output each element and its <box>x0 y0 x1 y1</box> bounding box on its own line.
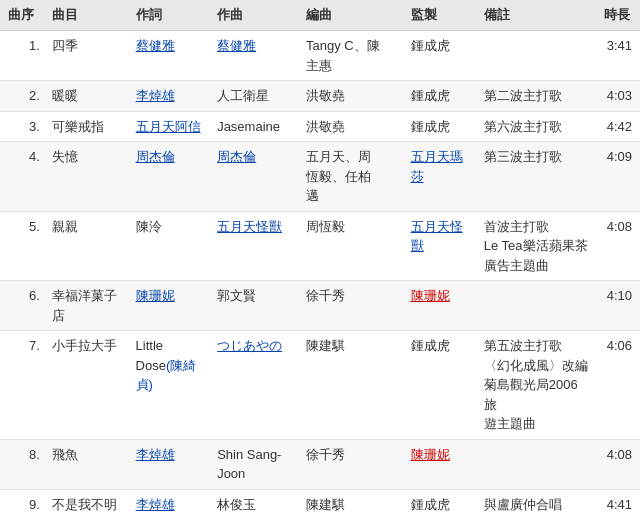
cell-produce[interactable]: 陳珊妮 <box>403 439 476 489</box>
cell-note: 第五波主打歌 〈幻化成風〉改編 菊島觀光局2006旅 遊主題曲 <box>476 331 596 440</box>
table-row: 4.失憶周杰倫周杰倫五月天、周 恆毅、任柏 邁五月天瑪莎第三波主打歌4:09 <box>0 142 640 212</box>
table-header-row: 曲序 曲目 作詞 作曲 編曲 監製 備註 時長 <box>0 0 640 31</box>
cell-arrange: 周恆毅 <box>298 211 403 281</box>
cell-lyric: 陳泠 <box>128 211 210 281</box>
cell-compose: 郭文賢 <box>209 281 298 331</box>
cell-seq: 1. <box>0 31 44 81</box>
table-row: 1.四季蔡健雅蔡健雅Tangy C、陳 主惠鍾成虎3:41 <box>0 31 640 81</box>
cell-seq: 6. <box>0 281 44 331</box>
header-arrange: 編曲 <box>298 0 403 31</box>
header-title: 曲目 <box>44 0 128 31</box>
cell-arrange: 徐千秀 <box>298 439 403 489</box>
header-seq: 曲序 <box>0 0 44 31</box>
header-compose: 作曲 <box>209 0 298 31</box>
cell-arrange: 洪敬堯 <box>298 111 403 142</box>
table-row: 9.不是我不明白李焯雄林俊玉陳建騏鍾成虎與盧廣仲合唱4:41 <box>0 489 640 513</box>
cell-arrange: Tangy C、陳 主惠 <box>298 31 403 81</box>
cell-seq: 4. <box>0 142 44 212</box>
cell-title: 飛魚 <box>44 439 128 489</box>
cell-compose[interactable]: つじあやの <box>209 331 298 440</box>
table-row: 6.幸福洋菓子店陳珊妮郭文賢徐千秀陳珊妮4:10 <box>0 281 640 331</box>
cell-compose: Shin Sang- Joon <box>209 439 298 489</box>
cell-produce: 鍾成虎 <box>403 489 476 513</box>
cell-duration: 4:09 <box>596 142 640 212</box>
cell-produce: 鍾成虎 <box>403 81 476 112</box>
cell-arrange: 陳建騏 <box>298 489 403 513</box>
cell-lyric[interactable]: 五月天阿信 <box>128 111 210 142</box>
cell-seq: 9. <box>0 489 44 513</box>
cell-title: 幸福洋菓子店 <box>44 281 128 331</box>
cell-arrange: 徐千秀 <box>298 281 403 331</box>
cell-produce[interactable]: 五月天怪獸 <box>403 211 476 281</box>
table-row: 2.暖暖李焯雄人工衛星洪敬堯鍾成虎第二波主打歌4:03 <box>0 81 640 112</box>
cell-title: 失憶 <box>44 142 128 212</box>
cell-lyric[interactable]: 李焯雄 <box>128 489 210 513</box>
cell-lyric: Little Dose(陳綺貞) <box>128 331 210 440</box>
header-note: 備註 <box>476 0 596 31</box>
cell-produce[interactable]: 五月天瑪莎 <box>403 142 476 212</box>
cell-arrange: 五月天、周 恆毅、任柏 邁 <box>298 142 403 212</box>
cell-seq: 7. <box>0 331 44 440</box>
cell-title: 親親 <box>44 211 128 281</box>
cell-note: 第六波主打歌 <box>476 111 596 142</box>
cell-seq: 3. <box>0 111 44 142</box>
cell-note <box>476 439 596 489</box>
header-produce: 監製 <box>403 0 476 31</box>
cell-compose[interactable]: 蔡健雅 <box>209 31 298 81</box>
table-row: 7.小手拉大手Little Dose(陳綺貞)つじあやの陳建騏鍾成虎第五波主打歌… <box>0 331 640 440</box>
table-row: 3.可樂戒指五月天阿信Jasemaine洪敬堯鍾成虎第六波主打歌4:42 <box>0 111 640 142</box>
cell-note: 第三波主打歌 <box>476 142 596 212</box>
cell-duration: 4:08 <box>596 211 640 281</box>
cell-compose: Jasemaine <box>209 111 298 142</box>
header-duration: 時長 <box>596 0 640 31</box>
cell-title: 四季 <box>44 31 128 81</box>
cell-compose[interactable]: 周杰倫 <box>209 142 298 212</box>
cell-seq: 5. <box>0 211 44 281</box>
cell-seq: 2. <box>0 81 44 112</box>
cell-produce: 鍾成虎 <box>403 331 476 440</box>
cell-title: 不是我不明白 <box>44 489 128 513</box>
cell-compose: 人工衛星 <box>209 81 298 112</box>
table-row: 5.親親陳泠五月天怪獸周恆毅五月天怪獸首波主打歌 Le Tea樂活蘋果茶 廣告主… <box>0 211 640 281</box>
cell-compose[interactable]: 五月天怪獸 <box>209 211 298 281</box>
cell-lyric[interactable]: 陳珊妮 <box>128 281 210 331</box>
cell-duration: 4:08 <box>596 439 640 489</box>
cell-duration: 4:10 <box>596 281 640 331</box>
cell-note <box>476 31 596 81</box>
cell-compose: 林俊玉 <box>209 489 298 513</box>
cell-produce: 鍾成虎 <box>403 111 476 142</box>
cell-title: 暖暖 <box>44 81 128 112</box>
cell-lyric[interactable]: 周杰倫 <box>128 142 210 212</box>
track-listing-table: 曲序 曲目 作詞 作曲 編曲 監製 備註 時長 1.四季蔡健雅蔡健雅Tangy … <box>0 0 640 513</box>
cell-arrange: 洪敬堯 <box>298 81 403 112</box>
cell-duration: 4:42 <box>596 111 640 142</box>
cell-duration: 4:06 <box>596 331 640 440</box>
cell-produce[interactable]: 陳珊妮 <box>403 281 476 331</box>
cell-seq: 8. <box>0 439 44 489</box>
cell-title: 小手拉大手 <box>44 331 128 440</box>
cell-produce: 鍾成虎 <box>403 31 476 81</box>
cell-note: 第二波主打歌 <box>476 81 596 112</box>
cell-title: 可樂戒指 <box>44 111 128 142</box>
cell-arrange: 陳建騏 <box>298 331 403 440</box>
cell-note <box>476 281 596 331</box>
cell-duration: 4:41 <box>596 489 640 513</box>
cell-note: 與盧廣仲合唱 <box>476 489 596 513</box>
cell-lyric[interactable]: 蔡健雅 <box>128 31 210 81</box>
header-lyric: 作詞 <box>128 0 210 31</box>
cell-duration: 3:41 <box>596 31 640 81</box>
table-row: 8.飛魚李焯雄Shin Sang- Joon徐千秀陳珊妮4:08 <box>0 439 640 489</box>
cell-duration: 4:03 <box>596 81 640 112</box>
cell-note: 首波主打歌 Le Tea樂活蘋果茶 廣告主題曲 <box>476 211 596 281</box>
cell-lyric[interactable]: 李焯雄 <box>128 81 210 112</box>
cell-lyric[interactable]: 李焯雄 <box>128 439 210 489</box>
